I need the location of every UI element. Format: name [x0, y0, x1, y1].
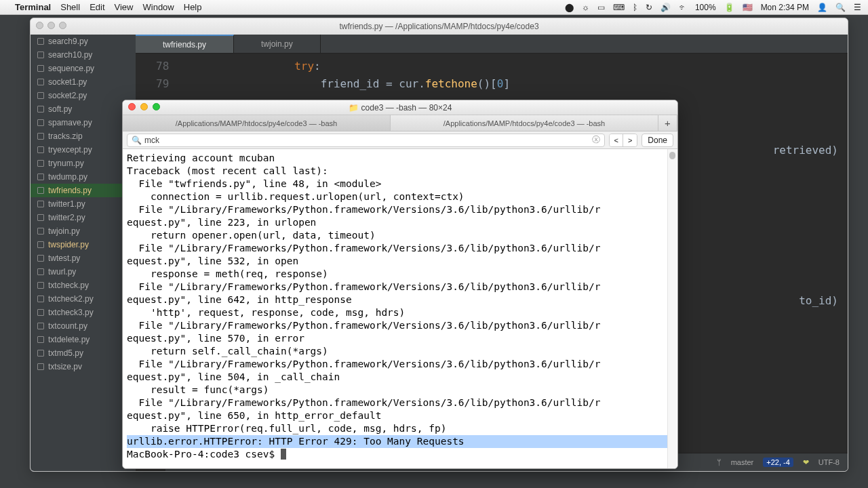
clear-search-icon[interactable]: ⓧ	[592, 134, 600, 146]
status-wifi-icon[interactable]: ᯤ	[679, 3, 687, 12]
file-item[interactable]: txtcheck.py	[31, 279, 136, 292]
file-label: twjoin.py	[48, 226, 80, 236]
status-display-icon[interactable]: ▭	[597, 3, 605, 12]
menu-window[interactable]: Window	[143, 2, 174, 12]
search-next-button[interactable]: >	[623, 134, 637, 146]
code-fragment-toid: to_id)	[799, 292, 838, 310]
terminal-find-bar: 🔍 mck ⓧ < > Done	[123, 131, 677, 149]
tab-twjoin[interactable]: twjoin.py	[234, 35, 321, 53]
terminal-title-text: code3 — -bash — 80×24	[361, 103, 452, 113]
file-label: twfriends.py	[48, 186, 92, 195]
file-icon	[37, 146, 44, 153]
file-icon	[37, 160, 44, 167]
terminal-search-value: mck	[144, 136, 159, 145]
file-item[interactable]: txtcheck3.py	[31, 306, 136, 319]
file-item[interactable]: twdump.py	[31, 170, 136, 184]
app-name[interactable]: Terminal	[15, 2, 51, 12]
file-item[interactable]: tracks.zip	[31, 129, 136, 143]
status-record-icon[interactable]: ⬤	[565, 3, 574, 12]
file-icon	[37, 296, 44, 302]
code-line: try:	[190, 58, 848, 75]
file-icon	[37, 268, 44, 275]
status-clock[interactable]: Mon 2:34 PM	[761, 3, 809, 12]
terminal-min-icon[interactable]	[140, 103, 148, 110]
file-item[interactable]: twspider.py	[31, 238, 136, 251]
terminal-line: connection = urllib.request.urlopen(url,…	[127, 190, 673, 203]
file-item[interactable]: soft.py	[31, 102, 136, 116]
status-user-icon[interactable]: 👤	[817, 3, 827, 12]
file-item[interactable]: twitter2.py	[31, 211, 136, 224]
status-branch[interactable]: master	[731, 458, 754, 466]
file-item[interactable]: txtdelete.py	[31, 333, 136, 346]
menu-shell[interactable]: Shell	[60, 2, 80, 12]
tab-twfriends[interactable]: twfriends.py	[136, 35, 234, 53]
git-branch-icon[interactable]: ᛘ	[717, 458, 722, 466]
terminal-tab-1[interactable]: /Applications/MAMP/htdocs/py4e/code3 — -…	[123, 115, 391, 131]
file-item[interactable]: socket2.py	[31, 89, 136, 102]
terminal-search-nav: < >	[609, 134, 637, 147]
file-label: twdump.py	[48, 172, 87, 182]
file-item[interactable]: txtcount.py	[31, 319, 136, 333]
editor-min-icon[interactable]	[47, 22, 55, 29]
status-diff[interactable]: +22, -4	[763, 458, 793, 467]
file-icon	[37, 187, 44, 194]
menu-edit[interactable]: Edit	[90, 2, 104, 12]
status-bluetooth-icon[interactable]: ᛒ	[633, 3, 637, 12]
status-volume-icon[interactable]: 🔊	[660, 3, 671, 12]
status-flag-icon[interactable]: 🇺🇸	[743, 3, 753, 12]
terminal-search-field[interactable]: 🔍 mck ⓧ	[127, 134, 605, 147]
editor-title-text: twfriends.py — /Applications/MAMP/htdocs…	[339, 22, 538, 31]
status-timemachine-icon[interactable]: ↻	[646, 3, 652, 12]
terminal-body[interactable]: Retrieving account mcubanTraceback (most…	[123, 149, 677, 468]
file-label: txtcheck2.py	[48, 294, 94, 304]
file-item[interactable]: twfriends.py	[31, 184, 136, 197]
file-icon	[37, 52, 44, 58]
file-icon	[37, 214, 44, 221]
file-item[interactable]: txtsize.pv	[31, 360, 136, 373]
file-item[interactable]: txtcheck2.py	[31, 292, 136, 306]
file-item[interactable]: twitter1.py	[31, 197, 136, 211]
file-item[interactable]: socket1.py	[31, 75, 136, 89]
file-item[interactable]: tryexcept.py	[31, 143, 136, 157]
file-item[interactable]: twjoin.py	[31, 224, 136, 238]
file-icon	[37, 363, 44, 370]
status-battery-icon[interactable]: 🔋	[724, 3, 734, 12]
terminal-traffic-lights[interactable]	[128, 103, 160, 110]
terminal-tab-2[interactable]: /Applications/MAMP/htdocs/py4e/code3 — -…	[391, 115, 658, 131]
file-item[interactable]: twurl.py	[31, 265, 136, 279]
terminal-line: raise HTTPError(req.full_url, code, msg,…	[127, 422, 673, 435]
editor-max-icon[interactable]	[59, 22, 66, 29]
terminal-folder-icon: 📁	[349, 103, 359, 113]
file-label: txtsize.pv	[48, 362, 82, 371]
status-keyboard-icon[interactable]: ⌨	[613, 3, 625, 12]
search-prev-button[interactable]: <	[610, 134, 623, 146]
file-label: soft.py	[48, 104, 72, 114]
status-sun-icon[interactable]: ☼	[582, 3, 589, 12]
file-item[interactable]: trynum.py	[31, 157, 136, 170]
file-item[interactable]: twtest.py	[31, 251, 136, 265]
menu-view[interactable]: View	[115, 2, 134, 12]
editor-close-icon[interactable]	[36, 22, 43, 29]
file-label: search9.py	[48, 37, 88, 46]
terminal-titlebar[interactable]: 📁 code3 — -bash — 80×24	[123, 100, 677, 115]
status-enc[interactable]: UTF-8	[818, 458, 840, 466]
status-notifications-icon[interactable]: ☰	[854, 3, 861, 12]
search-done-button[interactable]: Done	[642, 134, 673, 147]
file-item[interactable]: search10.py	[31, 48, 136, 62]
file-item[interactable]: spamave.py	[31, 116, 136, 129]
terminal-new-tab-button[interactable]: +	[658, 115, 677, 131]
file-item[interactable]: txtmd5.py	[31, 346, 136, 360]
status-heart-icon[interactable]: ❤	[803, 458, 809, 467]
file-item[interactable]: search9.py	[31, 35, 136, 48]
terminal-scrollbar[interactable]	[667, 149, 677, 468]
terminal-max-icon[interactable]	[153, 103, 160, 110]
editor-traffic-lights[interactable]	[36, 22, 66, 29]
file-tree[interactable]: search9.pysearch10.pysequence.pysocket1.…	[31, 35, 136, 471]
terminal-close-icon[interactable]	[128, 103, 136, 110]
editor-titlebar[interactable]: twfriends.py — /Applications/MAMP/htdocs…	[31, 18, 848, 35]
file-item[interactable]: sequence.py	[31, 62, 136, 75]
editor-tabs: twfriends.py twjoin.py	[136, 35, 848, 54]
search-icon: 🔍	[132, 136, 142, 145]
status-spotlight-icon[interactable]: 🔍	[835, 3, 846, 12]
menu-help[interactable]: Help	[184, 2, 202, 12]
